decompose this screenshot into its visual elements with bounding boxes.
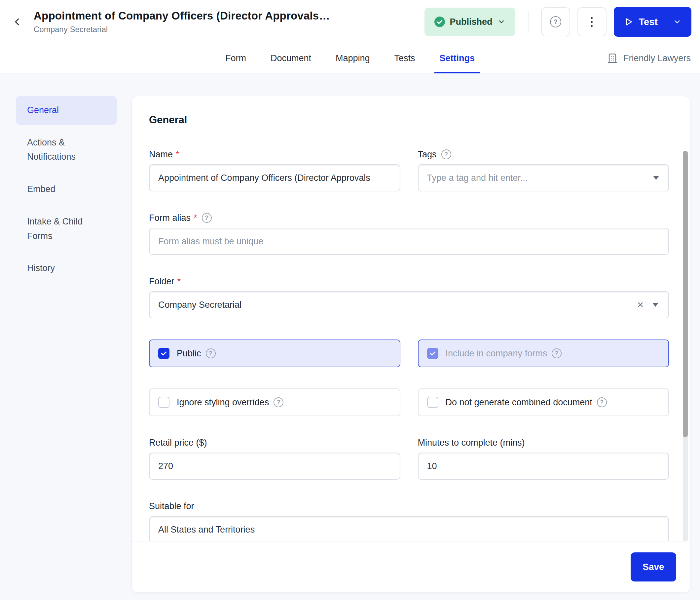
more-options-button[interactable] [577, 7, 606, 37]
minutes-label: Minutes to complete (mins) [418, 438, 525, 448]
folder-select[interactable]: Company Secretarial [149, 291, 669, 318]
retail-price-label: Retail price ($) [149, 438, 207, 448]
combined-document-checkbox-card[interactable]: Do not generate combined document [418, 388, 669, 416]
tags-input[interactable] [418, 164, 669, 191]
tab-mapping[interactable]: Mapping [330, 43, 375, 73]
name-input[interactable] [149, 164, 400, 191]
help-icon[interactable] [597, 398, 607, 407]
settings-sidebar: General Actions & Notifications Embed In… [16, 96, 117, 286]
tab-form[interactable]: Form [220, 43, 251, 73]
required-asterisk: * [194, 213, 197, 223]
vertical-divider [529, 11, 529, 32]
name-label: Name [149, 149, 173, 160]
retail-price-field: Retail price ($) [149, 437, 400, 480]
settings-panel: General Name * Tags [131, 96, 691, 593]
folder-selected-value: Company Secretarial [158, 300, 637, 310]
sidebar-item-general[interactable]: General [16, 96, 117, 125]
include-company-forms-checkbox-card: Include in company forms [418, 339, 669, 367]
form-alias-input[interactable] [149, 228, 669, 255]
caret-down-icon [652, 303, 658, 307]
minutes-input[interactable] [418, 453, 669, 480]
public-checkbox-card[interactable]: Public [149, 339, 400, 367]
save-button[interactable]: Save [631, 552, 676, 581]
public-checkbox-label: Public [177, 349, 201, 359]
sidebar-item-intake-child-forms[interactable]: Intake & Child Forms [16, 207, 117, 250]
help-icon[interactable] [274, 398, 283, 407]
required-asterisk: * [176, 149, 179, 160]
scrollbar-track[interactable] [683, 151, 688, 542]
status-badge[interactable]: Published [424, 7, 515, 36]
header-top-row: Appointment of Company Officers (Directo… [0, 0, 700, 44]
help-icon[interactable] [552, 349, 561, 358]
tab-row: Form Document Mapping Tests Settings Fri… [0, 43, 700, 73]
folder-label: Folder [149, 277, 174, 287]
minutes-field: Minutes to complete (mins) [418, 437, 669, 480]
checkbox-unchecked-icon[interactable] [158, 397, 170, 408]
folder-field: Folder * Company Secretarial [149, 276, 669, 318]
help-icon[interactable] [206, 349, 216, 358]
breadcrumb-folder: Company Secretarial [34, 25, 330, 34]
chevron-down-icon [498, 18, 505, 26]
building-icon [607, 52, 618, 64]
tab-tests[interactable]: Tests [389, 43, 421, 73]
tags-label: Tags [418, 149, 437, 160]
form-alias-field: Form alias * [149, 213, 669, 255]
suitable-for-input[interactable] [149, 516, 669, 541]
test-button[interactable]: Test [614, 7, 692, 37]
help-button[interactable] [541, 7, 570, 37]
chevron-down-icon [673, 18, 681, 26]
tab-bar: Form Document Mapping Tests Settings [220, 43, 480, 73]
suitable-for-field: Suitable for [149, 501, 669, 541]
question-mark-icon [550, 16, 561, 27]
kebab-icon [591, 17, 593, 27]
status-label: Published [450, 17, 493, 27]
back-button[interactable] [9, 14, 25, 30]
page-title: Appointment of Company Officers (Directo… [34, 9, 330, 22]
title-block: Appointment of Company Officers (Directo… [34, 9, 330, 34]
play-icon [624, 17, 633, 27]
ignore-styling-label: Ignore styling overrides [177, 398, 269, 408]
caret-down-icon [653, 176, 659, 180]
tags-field: Tags [418, 149, 669, 191]
panel-footer: Save [132, 541, 690, 593]
checkbox-checked-disabled-icon [427, 348, 439, 359]
retail-price-input[interactable] [149, 453, 400, 480]
checkbox-checked-icon[interactable] [158, 348, 170, 359]
form-alias-label: Form alias [149, 213, 191, 223]
sidebar-item-embed[interactable]: Embed [16, 175, 117, 204]
sidebar-item-actions-notifications[interactable]: Actions & Notifications [16, 128, 117, 172]
workspace-label: Friendly Lawyers [623, 53, 691, 64]
include-company-forms-label: Include in company forms [446, 349, 547, 359]
combined-document-label: Do not generate combined document [446, 398, 592, 408]
help-icon[interactable] [202, 213, 212, 223]
scrollbar-thumb[interactable] [683, 151, 688, 437]
section-heading: General [149, 114, 669, 126]
checkbox-unchecked-icon[interactable] [427, 397, 439, 408]
help-icon[interactable] [441, 149, 451, 159]
panel-body: General Name * Tags [132, 96, 690, 541]
header: Appointment of Company Officers (Directo… [0, 0, 700, 73]
name-field: Name * [149, 149, 400, 191]
clear-x-icon[interactable] [637, 300, 644, 310]
header-actions: Published Test [424, 7, 700, 37]
ignore-styling-checkbox-card[interactable]: Ignore styling overrides [149, 388, 400, 416]
check-circle-icon [434, 17, 445, 27]
chevron-left-icon [12, 17, 22, 27]
tab-document[interactable]: Document [265, 43, 317, 73]
required-asterisk: * [177, 277, 181, 287]
suitable-for-label: Suitable for [149, 501, 194, 511]
tab-settings[interactable]: Settings [434, 43, 480, 73]
test-button-label: Test [639, 17, 658, 27]
sidebar-item-history[interactable]: History [16, 254, 117, 283]
workspace-indicator[interactable]: Friendly Lawyers [607, 52, 691, 64]
